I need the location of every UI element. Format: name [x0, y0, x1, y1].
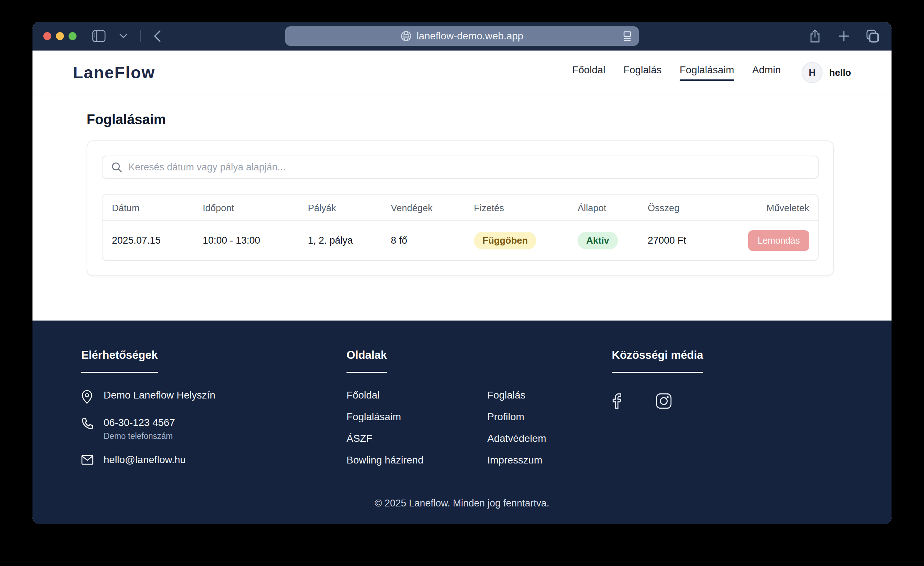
- instagram-link[interactable]: [656, 393, 672, 409]
- zoom-window-button[interactable]: [69, 32, 76, 40]
- chevron-left-icon: [154, 30, 160, 42]
- footer-contact-section: Elérhetőségek Demo Laneflow Helyszín: [81, 349, 346, 466]
- new-tab-button[interactable]: [836, 28, 852, 44]
- footer-link-foglalas[interactable]: Foglalás: [487, 389, 612, 401]
- phone-note: Demo telefonszám: [104, 431, 175, 441]
- col-fizetes: Fizetés: [468, 195, 572, 221]
- user-menu[interactable]: H hello: [802, 62, 851, 83]
- bookings-table: Dátum Időpont Pályák Vendégek Fizetés Ál…: [102, 195, 818, 260]
- sidebar-chevron-button[interactable]: [116, 28, 131, 44]
- site-header: LaneFlow Főoldal Foglalás Foglalásaim Ad…: [33, 51, 891, 95]
- avatar[interactable]: H: [802, 62, 823, 83]
- page-settings-button[interactable]: [622, 31, 632, 42]
- col-idopont: Időpont: [197, 195, 302, 221]
- site-footer: Elérhetőségek Demo Laneflow Helyszín: [33, 321, 891, 524]
- nav-foglalasaim[interactable]: Foglalásaim: [680, 64, 734, 81]
- footer-link-impresszum[interactable]: Impresszum: [487, 455, 612, 466]
- cell-datum: 2025.07.15: [102, 221, 197, 260]
- display-icon: [622, 31, 632, 42]
- table-row: 2025.07.15 10:00 - 13:00 1, 2. pálya 8 f…: [102, 221, 818, 260]
- footer-link-fooldal[interactable]: Főoldal: [346, 389, 487, 401]
- contact-phone: 06-30-123 4567 Demo telefonszám: [81, 417, 346, 441]
- envelope-icon: [81, 455, 93, 465]
- email-text[interactable]: hello@laneflow.hu: [104, 454, 186, 465]
- address-bar[interactable]: laneflow-demo.web.app: [285, 26, 639, 46]
- instagram-icon: [656, 393, 672, 409]
- back-button[interactable]: [149, 28, 165, 44]
- site-logo[interactable]: LaneFlow: [73, 63, 155, 82]
- cell-idopont: 10:00 - 13:00: [197, 221, 302, 260]
- bookings-card: Dátum Időpont Pályák Vendégek Fizetés Ál…: [87, 140, 834, 276]
- share-button[interactable]: [807, 28, 823, 44]
- footer-link-aszf[interactable]: ÁSZF: [346, 433, 487, 444]
- sidebar-icon: [92, 30, 106, 42]
- minimize-window-button[interactable]: [56, 32, 64, 40]
- search-input[interactable]: [129, 162, 809, 173]
- username-label: hello: [829, 67, 851, 78]
- main-content: Foglalásaim Dátum Időpont: [33, 95, 891, 321]
- col-allapot: Állapot: [572, 195, 642, 221]
- payment-status-badge: Függőben: [474, 232, 537, 249]
- booking-status-badge: Aktív: [578, 232, 618, 249]
- chevron-down-icon: [120, 34, 128, 39]
- tabs-icon: [866, 30, 879, 43]
- col-datum: Dátum: [102, 195, 197, 221]
- nav-admin[interactable]: Admin: [752, 64, 781, 81]
- cell-osszeg: 27000 Ft: [642, 221, 740, 260]
- col-muveletek: Műveletek: [740, 195, 818, 221]
- sidebar-toggle-button[interactable]: [91, 28, 107, 44]
- nav-foglalas[interactable]: Foglalás: [623, 64, 662, 81]
- bookings-table-wrap: Dátum Időpont Pályák Vendégek Fizetés Ál…: [102, 194, 819, 261]
- phone-text[interactable]: 06-30-123 4567: [104, 417, 175, 428]
- table-header-row: Dátum Időpont Pályák Vendégek Fizetés Ál…: [102, 195, 818, 221]
- col-vendegek: Vendégek: [385, 195, 468, 221]
- plus-icon: [838, 31, 849, 42]
- footer-pages-section: Oldalak Főoldal Foglalás Foglalásaim Pro…: [346, 349, 612, 466]
- footer-social-section: Közösségi média: [612, 349, 843, 466]
- browser-toolbar: laneflow-demo.web.app: [33, 22, 891, 51]
- share-icon: [810, 29, 820, 43]
- cell-vendegek: 8 fő: [385, 221, 468, 260]
- tab-overview-button[interactable]: [865, 28, 880, 44]
- footer-link-foglalasaim[interactable]: Foglalásaim: [346, 411, 487, 423]
- cancel-booking-button[interactable]: Lemondás: [748, 230, 809, 251]
- page-title: Foglalásaim: [87, 112, 834, 128]
- contact-heading: Elérhetőségek: [81, 349, 158, 373]
- footer-link-profilom[interactable]: Profilom: [487, 411, 612, 423]
- footer-link-hazirend[interactable]: Bowling házirend: [346, 455, 487, 466]
- copyright-text: © 2025 Laneflow. Minden jog fenntartva.: [81, 498, 843, 509]
- globe-icon: [400, 31, 411, 42]
- search-field[interactable]: [102, 156, 819, 179]
- url-text: laneflow-demo.web.app: [417, 30, 524, 42]
- footer-link-adatvedelem[interactable]: Adatvédelem: [487, 433, 612, 444]
- col-palyak: Pályák: [302, 195, 385, 221]
- facebook-link[interactable]: [612, 393, 621, 409]
- phone-icon: [81, 417, 93, 430]
- close-window-button[interactable]: [44, 32, 51, 40]
- nav-fooldal[interactable]: Főoldal: [572, 64, 605, 81]
- facebook-icon: [612, 393, 621, 409]
- cell-palyak: 1, 2. pálya: [302, 221, 385, 260]
- pages-heading: Oldalak: [346, 349, 387, 373]
- toolbar-separator: [140, 30, 141, 42]
- location-text: Demo Laneflow Helyszín: [104, 389, 216, 401]
- location-pin-icon: [81, 390, 93, 404]
- search-icon: [111, 162, 122, 173]
- contact-email: hello@laneflow.hu: [81, 454, 346, 465]
- col-osszeg: Összeg: [642, 195, 740, 221]
- social-heading: Közösségi média: [612, 349, 703, 373]
- window-controls: [44, 32, 76, 40]
- contact-location: Demo Laneflow Helyszín: [81, 389, 346, 404]
- browser-window: laneflow-demo.web.app: [33, 22, 891, 524]
- main-nav: Főoldal Foglalás Foglalásaim Admin H hel…: [572, 62, 851, 83]
